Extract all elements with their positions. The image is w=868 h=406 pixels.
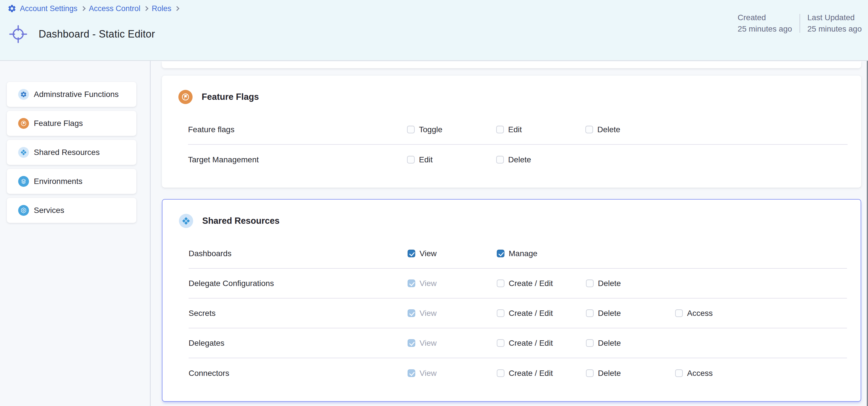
sidebar-item-label: Services	[34, 206, 64, 215]
checkbox-icon[interactable]	[586, 280, 594, 287]
resource-label: Connectors	[189, 369, 408, 378]
permission-create-edit[interactable]: Create / Edit	[497, 309, 586, 318]
checkbox-icon[interactable]	[407, 156, 415, 164]
checkbox-icon[interactable]	[496, 126, 504, 133]
resource-label: Secrets	[189, 309, 408, 318]
checkbox-icon[interactable]	[407, 126, 415, 133]
permission-delete[interactable]: Delete	[586, 369, 675, 378]
page-title: Dashboard - Static Editor	[39, 28, 155, 40]
section-header: Feature Flags	[178, 90, 847, 104]
sidebar-item-environments[interactable]: Environments	[7, 169, 136, 194]
created-label: Created	[738, 12, 792, 23]
sidebar-item-label: Feature Flags	[34, 119, 83, 128]
permission-edit[interactable]: Edit	[407, 155, 496, 164]
section-title: Feature Flags	[202, 92, 259, 102]
resource-label: Feature flags	[188, 125, 407, 134]
category-sidebar: Adminstrative Functions Feature Flags Sh…	[0, 61, 151, 406]
permission-view[interactable]: View	[408, 369, 497, 378]
permission-delete[interactable]: Delete	[496, 155, 585, 164]
permission-edit[interactable]: Edit	[496, 125, 585, 134]
sidebar-item-services[interactable]: Services	[7, 198, 136, 223]
permission-row-delegate-configurations: Delegate Configurations View Create / Ed…	[189, 269, 847, 298]
permission-manage[interactable]: Manage	[497, 249, 586, 258]
checkbox-icon[interactable]	[408, 250, 415, 257]
created-block: Created 25 minutes ago	[738, 12, 792, 35]
permission-create-edit[interactable]: Create / Edit	[497, 369, 586, 378]
permission-label: Edit	[419, 155, 433, 164]
permission-view[interactable]: View	[408, 279, 497, 288]
permission-label: View	[420, 369, 437, 378]
sidebar-item-feature-flags[interactable]: Feature Flags	[7, 111, 136, 136]
permission-delete[interactable]: Delete	[586, 309, 675, 318]
permission-delete[interactable]: Delete	[586, 339, 675, 348]
chevron-right-icon	[81, 6, 86, 11]
checkbox-icon[interactable]	[497, 339, 504, 347]
breadcrumb-roles[interactable]: Roles	[152, 4, 171, 13]
last-updated-value: 25 minutes ago	[807, 23, 862, 35]
permission-label: Delete	[598, 369, 621, 378]
checkbox-icon[interactable]	[586, 339, 594, 347]
resource-label: Dashboards	[189, 249, 408, 258]
checkbox-icon[interactable]	[675, 309, 683, 317]
last-updated-label: Last Updated	[807, 12, 862, 23]
permission-row-delegates: Delegates View Create / Edit Delete	[189, 328, 847, 358]
permission-delete[interactable]: Delete	[585, 125, 675, 134]
created-value: 25 minutes ago	[738, 23, 792, 35]
checkbox-icon[interactable]	[497, 280, 504, 287]
permission-label: Edit	[508, 125, 522, 134]
checkbox-icon[interactable]	[408, 339, 415, 347]
breadcrumb-access-control[interactable]: Access Control	[89, 4, 141, 13]
permission-create-edit[interactable]: Create / Edit	[497, 279, 586, 288]
permission-delete[interactable]: Delete	[586, 279, 675, 288]
permission-access[interactable]: Access	[675, 309, 764, 318]
checkbox-icon[interactable]	[586, 309, 594, 317]
permission-row-dashboards: Dashboards View Manage	[189, 239, 847, 269]
role-title-row: Dashboard - Static Editor	[8, 24, 155, 45]
section-title: Shared Resources	[202, 216, 279, 226]
permission-view[interactable]: View	[408, 249, 497, 258]
permission-label: Delete	[508, 155, 531, 164]
permission-view[interactable]: View	[408, 309, 497, 318]
permission-access[interactable]: Access	[675, 369, 764, 378]
checkbox-icon[interactable]	[497, 369, 504, 377]
permission-view[interactable]: View	[408, 339, 497, 348]
permission-label: Delete	[598, 339, 621, 348]
checkbox-icon[interactable]	[586, 369, 594, 377]
checkbox-icon[interactable]	[408, 280, 415, 287]
checkbox-icon[interactable]	[585, 126, 593, 133]
flag-icon	[18, 118, 29, 129]
permission-label: View	[420, 249, 437, 258]
permission-label: Toggle	[419, 125, 442, 134]
chevron-right-icon	[144, 6, 149, 11]
checkbox-icon[interactable]	[497, 250, 504, 257]
environments-icon	[18, 176, 29, 187]
right-edge-scroll-line[interactable]	[867, 61, 868, 406]
checkbox-icon[interactable]	[497, 309, 504, 317]
permission-toggle[interactable]: Toggle	[407, 125, 496, 134]
permission-create-edit[interactable]: Create / Edit	[497, 339, 586, 348]
section-card-feature-flags[interactable]: Feature Flags Feature flags Toggle Edit	[162, 76, 861, 187]
section-header: Shared Resources	[179, 214, 847, 228]
checkbox-icon[interactable]	[408, 309, 415, 317]
gear-icon	[18, 89, 29, 100]
section-card-shared-resources[interactable]: Shared Resources Dashboards View Manage …	[162, 199, 861, 402]
permission-label: Delete	[597, 125, 620, 134]
breadcrumb-account-settings[interactable]: Account Settings	[20, 4, 78, 13]
role-meta: Created 25 minutes ago Last Updated 25 m…	[738, 12, 862, 35]
checkbox-icon[interactable]	[496, 156, 504, 164]
resource-label: Delegate Configurations	[189, 279, 408, 288]
checkbox-icon[interactable]	[408, 369, 415, 377]
last-updated-block: Last Updated 25 minutes ago	[807, 12, 862, 35]
checkbox-icon[interactable]	[675, 369, 683, 377]
permission-row-feature-flags: Feature flags Toggle Edit Delete	[188, 115, 847, 145]
breadcrumb: Account Settings Access Control Roles	[7, 4, 183, 13]
scrolled-card-edge	[162, 61, 861, 68]
sidebar-item-adminstrative-functions[interactable]: Adminstrative Functions	[7, 82, 136, 107]
sidebar-item-shared-resources[interactable]: Shared Resources	[7, 140, 136, 165]
permission-row-connectors: Connectors View Create / Edit Delete	[189, 358, 847, 388]
permission-label: View	[420, 339, 437, 348]
settings-gear-icon	[7, 4, 17, 13]
role-target-icon	[8, 24, 28, 45]
permission-label: Access	[687, 309, 713, 318]
permission-label: Manage	[509, 249, 537, 258]
